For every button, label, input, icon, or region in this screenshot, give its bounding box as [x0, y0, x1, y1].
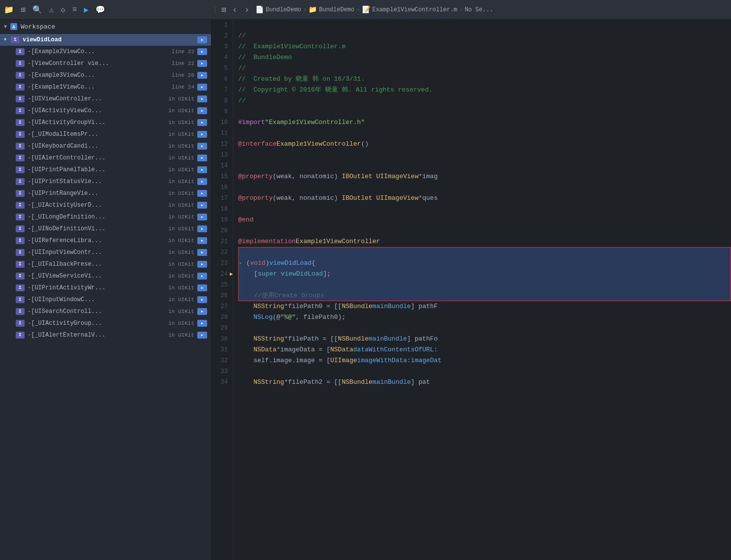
- line-number-27: 27: [216, 301, 228, 312]
- sidebar-item-17[interactable]: Σ -[UIInputViewContr... in UIKit: [0, 247, 211, 258]
- sidebar-item-0[interactable]: Σ -[Example2ViewCo... line 22: [0, 46, 211, 58]
- folder-icon[interactable]: 📁: [4, 5, 14, 15]
- sidebar-item-5[interactable]: Σ -[UIActivityViewCo... in UIKit: [0, 105, 211, 117]
- item-meta: in UIKit: [168, 226, 194, 232]
- sidebar-item-2[interactable]: Σ -[Example3ViewCo... line 20: [0, 69, 211, 81]
- warning-icon[interactable]: ⚠: [49, 5, 54, 15]
- item-arrow-icon: [197, 155, 207, 161]
- item-label: -[UIActivityGroupVi...: [28, 119, 168, 126]
- breadcrumb-file[interactable]: Example1ViewController.m: [372, 6, 457, 13]
- line-number-7: 7: [216, 85, 228, 95]
- item-meta: in UIKit: [168, 273, 194, 279]
- item-meta: in UIKit: [168, 179, 194, 185]
- item-label: -[Example1ViewCo...: [28, 84, 172, 91]
- chat-icon[interactable]: 💬: [95, 5, 105, 15]
- sidebar-item-4[interactable]: Σ -[UIViewController... in UIKit: [0, 93, 211, 105]
- viewdidload-arrow-icon: [197, 36, 207, 43]
- sigma-icon: Σ: [16, 308, 25, 315]
- sidebar-item-11[interactable]: Σ -[UIPrintStatusVie... in UIKit: [0, 176, 211, 187]
- sigma-icon: Σ: [16, 84, 25, 91]
- sidebar-item-7[interactable]: Σ -[_UIModalItemsPr... in UIKit: [0, 128, 211, 140]
- line-number-25: 25: [216, 280, 228, 290]
- code-line-3: // Example1ViewController.m: [238, 41, 731, 52]
- nav-forward-button[interactable]: ›: [243, 5, 250, 15]
- sigma-icon: Σ: [16, 332, 25, 339]
- viewdidload-row[interactable]: ▼ Σ viewDidLoad: [0, 34, 211, 46]
- line-number-23: 23: [216, 258, 228, 269]
- code-line-13: [238, 150, 731, 160]
- line-number-12: 12: [216, 139, 228, 150]
- sidebar-item-18[interactable]: Σ -[_UIFallbackPrese... in UIKit: [0, 258, 211, 270]
- code-line-27: NSString *filePath0 = [[NSBundle mainBun…: [238, 301, 731, 312]
- diamond-icon[interactable]: ◇: [61, 5, 65, 15]
- line-number-28: 28: [216, 312, 228, 323]
- item-meta: in UIKit: [168, 238, 194, 244]
- sidebar-item-21[interactable]: Σ -[UIInputWindowC... in UIKit: [0, 294, 211, 306]
- sidebar-item-1[interactable]: Σ -[ViewController vie... line 22: [0, 58, 211, 69]
- grid-icon[interactable]: ⊞: [21, 5, 26, 15]
- sigma-icon: Σ: [16, 178, 25, 185]
- line-number-32: 32: [216, 355, 228, 366]
- sidebar-item-19[interactable]: Σ -[_UIViewServiceVi... in UIKit: [0, 270, 211, 282]
- sidebar-item-23[interactable]: Σ -[_UIActivityGroup... in UIKit: [0, 317, 211, 329]
- sidebar-item-16[interactable]: Σ -[UIReferenceLibra... in UIKit: [0, 235, 211, 247]
- item-label: -[UIPrintPanelTable...: [28, 166, 168, 173]
- code-line-32: self.image.image = [UIImage imageWithDat…: [238, 355, 731, 366]
- editor[interactable]: 1234567891011121314151617181920212223242…: [212, 20, 731, 560]
- play-icon[interactable]: ▶: [84, 5, 89, 15]
- sidebar-item-13[interactable]: Σ -[_UIActivityUserD... in UIKit: [0, 199, 211, 211]
- item-label: -[UIPrintActivityWr...: [28, 284, 168, 291]
- item-label: -[Example2ViewCo...: [28, 48, 172, 55]
- item-arrow-icon: [197, 296, 207, 303]
- line-number-8: 8: [216, 95, 228, 106]
- item-label: -[_UIFallbackPrese...: [28, 261, 168, 268]
- workspace-row[interactable]: ▼ A Workspace: [0, 20, 211, 34]
- breadcrumb-symbol[interactable]: No Se...: [465, 6, 493, 13]
- item-label: -[_UIModalItemsPr...: [28, 131, 168, 138]
- breadcrumb-bundle2[interactable]: BundleDemo: [319, 6, 354, 13]
- sidebar-list: Σ -[Example2ViewCo... line 22 Σ -[ViewCo…: [0, 46, 211, 560]
- item-arrow-icon: [197, 178, 207, 185]
- sidebar-item-20[interactable]: Σ -[UIPrintActivityWr... in UIKit: [0, 282, 211, 294]
- item-meta: in UIKit: [168, 190, 194, 196]
- sidebar-item-8[interactable]: Σ -[UIKeyboardCandi... in UIKit: [0, 140, 211, 152]
- line-number-33: 33: [216, 366, 228, 377]
- sidebar-item-3[interactable]: Σ -[Example1ViewCo... line 24: [0, 81, 211, 93]
- sidebar: ▼ A Workspace ▼ Σ viewDidLoad Σ -[Exampl…: [0, 20, 212, 560]
- code-line-2: //: [238, 31, 731, 41]
- list-icon[interactable]: ≡: [72, 5, 77, 14]
- line-number-10: 10: [216, 117, 228, 128]
- sidebar-item-10[interactable]: Σ -[UIPrintPanelTable... in UIKit: [0, 164, 211, 176]
- sidebar-item-24[interactable]: Σ -[_UIAlertExternalV... in UIKit: [0, 329, 211, 341]
- nav-back-button[interactable]: ‹: [231, 5, 239, 15]
- sidebar-item-15[interactable]: Σ -[_UINoDefinitionVi... in UIKit: [0, 223, 211, 235]
- sidebar-item-6[interactable]: Σ -[UIActivityGroupVi... in UIKit: [0, 117, 211, 128]
- item-meta: in UIKit: [168, 332, 194, 338]
- viewdidload-sigma-icon: Σ: [11, 36, 20, 43]
- sigma-icon: Σ: [16, 202, 25, 209]
- sigma-icon: Σ: [16, 60, 25, 67]
- layout-icon[interactable]: ⊞: [221, 5, 226, 15]
- sidebar-item-9[interactable]: Σ -[UIAlertController... in UIKit: [0, 152, 211, 164]
- line-numbers: 1234567891011121314151617181920212223242…: [212, 20, 233, 560]
- sidebar-item-14[interactable]: Σ -[_UILongDefinition... in UIKit: [0, 211, 211, 223]
- line-number-24: 24: [216, 269, 228, 280]
- sigma-icon: Σ: [16, 225, 25, 232]
- breadcrumb-sep2: ›: [357, 6, 360, 13]
- item-meta: in UIKit: [168, 320, 194, 326]
- item-meta: line 24: [172, 84, 194, 90]
- code-lines[interactable]: //// Example1ViewController.m// BundleDe…: [233, 20, 731, 560]
- sidebar-item-22[interactable]: Σ -[UISearchControll... in UIKit: [0, 306, 211, 317]
- breadcrumb-bundle1[interactable]: BundleDemo: [266, 6, 301, 13]
- item-arrow-icon: [197, 166, 207, 173]
- line-number-15: 15: [216, 171, 228, 182]
- search-icon[interactable]: 🔍: [32, 5, 42, 15]
- toolbar-right: ⊞ ‹ › 📄 BundleDemo › 📁 BundleDemo › 📝 Ex…: [221, 5, 727, 15]
- breadcrumb: 📄 BundleDemo › 📁 BundleDemo › 📝 Example1…: [255, 5, 493, 14]
- sidebar-item-12[interactable]: Σ -[UIPrintRangeVie... in UIKit: [0, 187, 211, 199]
- line-number-31: 31: [216, 344, 228, 355]
- item-meta: line 20: [172, 72, 194, 78]
- line-number-29: 29: [216, 323, 228, 334]
- line-number-21: 21: [216, 236, 228, 247]
- main-area: ▼ A Workspace ▼ Σ viewDidLoad Σ -[Exampl…: [0, 20, 731, 560]
